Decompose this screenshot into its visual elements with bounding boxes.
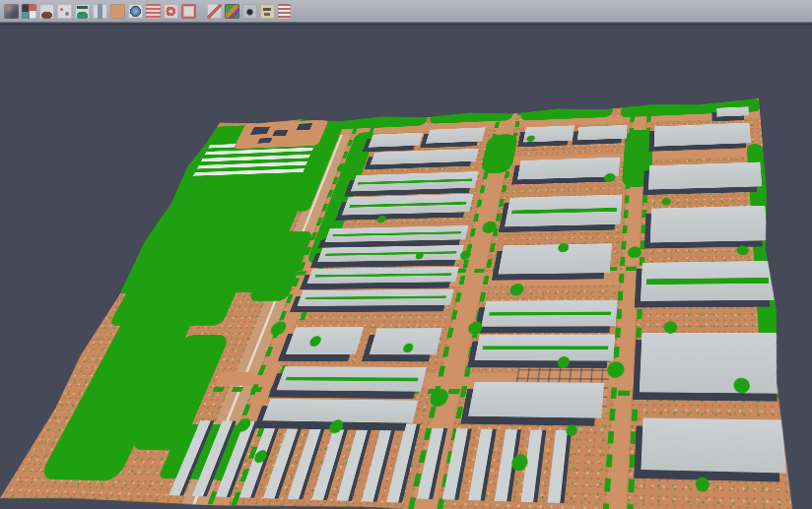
red-list-icon[interactable] (146, 4, 161, 19)
tree-cluster (604, 173, 616, 182)
selection-brackets-icon[interactable] (181, 4, 196, 19)
shed-row (169, 420, 422, 503)
building-roof (654, 123, 751, 147)
tree-cluster (376, 216, 387, 223)
classification-map-icon[interactable] (225, 4, 239, 19)
profile-ruler-icon[interactable] (93, 4, 107, 19)
camera-icon[interactable] (242, 4, 257, 19)
globe-icon[interactable] (128, 4, 143, 19)
building-roof (297, 289, 453, 306)
building-roof (276, 366, 426, 391)
roof-skylight-stripe (489, 311, 612, 315)
tree-cluster (661, 198, 671, 206)
building-roof (475, 335, 616, 361)
building-roof (641, 261, 776, 301)
building-roof (468, 382, 604, 418)
main-toolbar (0, 0, 812, 23)
building-roof (286, 327, 365, 354)
building-roof (325, 225, 469, 242)
point-cloud-icon[interactable] (57, 4, 72, 19)
building-roof (317, 245, 464, 262)
roof-skylight-stripe (358, 178, 472, 184)
tree-cluster (508, 284, 524, 296)
terrain-model-icon[interactable] (39, 4, 54, 19)
tree-cluster (467, 321, 484, 334)
building-roof (641, 418, 786, 474)
building-roof (426, 127, 486, 143)
building-roof (369, 133, 424, 148)
building-roof (650, 206, 768, 243)
tree-cluster (737, 245, 749, 255)
building-roof (648, 162, 762, 190)
roof-skylight-stripe (325, 252, 456, 256)
image-pair-icon[interactable] (22, 4, 36, 19)
building-roof (577, 125, 628, 141)
shed-row (417, 428, 575, 503)
3d-viewport[interactable] (0, 24, 812, 509)
grid-overlay-icon[interactable] (207, 4, 222, 19)
roof-skylight-stripe (350, 202, 467, 208)
roof-skylight-stripe (315, 274, 452, 278)
roof-skylight-stripe (482, 346, 609, 350)
tin-surface-icon[interactable] (75, 4, 90, 19)
building-roof (351, 171, 479, 191)
building-roof (342, 194, 474, 216)
roof-skylight-stripe (332, 231, 461, 236)
target-circle-icon[interactable] (164, 4, 178, 19)
terrain-plane (0, 98, 794, 509)
flag-icon[interactable] (278, 4, 291, 19)
roof-skylight-stripe (511, 208, 617, 215)
axes-icon[interactable] (260, 4, 275, 19)
roof-skylight-stripe (646, 278, 769, 285)
building-roof (640, 333, 783, 394)
roof-skylight-stripe (305, 296, 446, 299)
building-roof (371, 149, 479, 165)
roof-skylight-stripe (286, 377, 419, 381)
tree-cluster (664, 321, 678, 333)
tree-cluster (696, 477, 710, 492)
open-scene-icon[interactable] (4, 4, 19, 19)
tree-cluster (733, 378, 750, 394)
building-roof (498, 243, 612, 274)
tree-cluster (566, 424, 577, 436)
app-window (0, 0, 812, 509)
building-roof (306, 267, 458, 284)
building-roof (505, 195, 622, 227)
orthophoto-icon[interactable] (110, 4, 125, 19)
building-roof (481, 300, 617, 327)
building-roof (716, 106, 749, 116)
